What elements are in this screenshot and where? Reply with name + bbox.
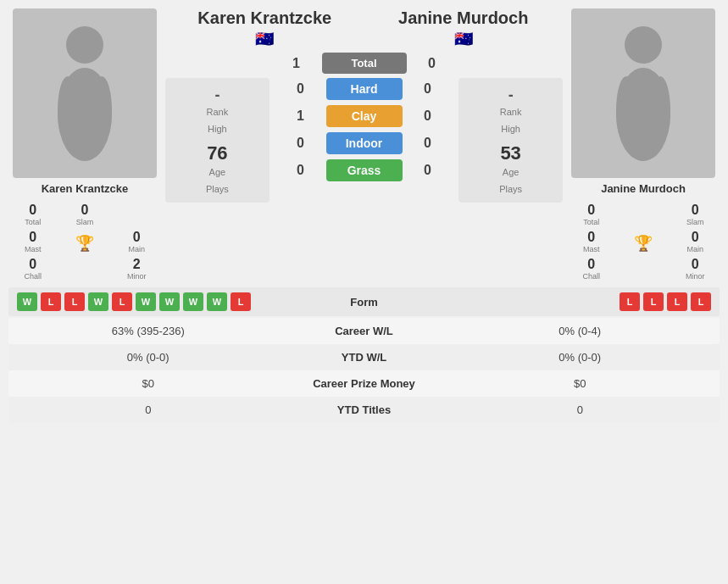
- p2-slam-lbl: Slam: [671, 218, 720, 226]
- p1-mast-val: 0: [8, 230, 57, 245]
- p2-name-header: Janine Murdoch 🇦🇺: [364, 8, 564, 48]
- p1-minor-cell: 2 Minor: [113, 257, 161, 281]
- p1-high-label: High: [172, 124, 263, 134]
- p2-rank-card: - Rank High 53 Age Plays: [458, 78, 563, 203]
- player2-panel: Janine Murdoch 0 Total 0 Slam 0 Mast 🏆: [567, 8, 720, 281]
- p1-form-badge: W: [159, 292, 180, 311]
- p1-main-val: 0: [113, 230, 161, 245]
- player1-stats-top: 0 Total 0 Slam 0 Mast 🏆 0 Main: [8, 203, 161, 281]
- p2-high-label: High: [465, 124, 556, 134]
- p1-trophy: 🏆: [60, 230, 108, 253]
- p1-slam-lbl: Slam: [60, 218, 108, 226]
- p2-mast-val: 0: [567, 230, 615, 245]
- p1-form-badge: W: [88, 292, 108, 311]
- p2-total-score: 0: [424, 56, 441, 71]
- p1-indoor: 0: [292, 136, 309, 151]
- grass-badge: Grass: [326, 159, 403, 181]
- svg-point-3: [92, 76, 112, 144]
- form-row: WLLWLWWWWL Form LLLL: [8, 287, 720, 316]
- center-panel: Karen Krantzcke 🇦🇺 Janine Murdoch 🇦🇺 1 T…: [165, 8, 563, 281]
- p1-clay: 1: [292, 108, 309, 124]
- p1-grass: 0: [292, 163, 309, 178]
- p2-chall-lbl: Chall: [567, 272, 615, 281]
- svg-point-6: [616, 76, 636, 144]
- p1-main-lbl: Main: [113, 245, 161, 253]
- stat-label-1: YTD W/L: [280, 351, 449, 364]
- p2-indoor: 0: [420, 136, 436, 151]
- stat-p2-val-0: 0% (0-4): [449, 325, 712, 337]
- p2-slam-cell: 0 Slam: [671, 203, 720, 226]
- player1-silhouette: [42, 21, 127, 165]
- p1-name-text: Karen Krantzcke: [165, 8, 364, 28]
- p2-main-lbl: Main: [671, 245, 720, 253]
- p2-age-section: 53 Age: [465, 142, 556, 177]
- p2-slam-val: 0: [671, 203, 720, 218]
- p1-form: WLLWLWWWWL: [17, 292, 280, 311]
- p1-chall-cell: 0 Chall: [8, 257, 57, 281]
- p1-form-badge: W: [136, 292, 156, 311]
- p2-form-badge: L: [691, 292, 711, 311]
- total-label: Total: [322, 53, 407, 74]
- stat-p1-val-3: 0: [17, 403, 280, 416]
- player1-panel: Karen Krantzcke 0 Total 0 Slam 0 Mast 🏆: [8, 8, 161, 281]
- p2-clay: 0: [420, 108, 436, 124]
- p1-main-cell: 0 Main: [113, 230, 161, 253]
- stat-row-3: 0 YTD Titles 0: [8, 397, 720, 423]
- p1-form-badge: L: [41, 292, 61, 311]
- stat-label-2: Career Prize Money: [280, 377, 449, 390]
- bottom-section: WLLWLWWWWL Form LLLL 63% (395-236) Caree…: [8, 287, 720, 423]
- p2-name-text: Janine Murdoch: [364, 8, 564, 28]
- p1-name-header: Karen Krantzcke 🇦🇺: [165, 8, 364, 48]
- p2-main-val: 0: [671, 230, 720, 245]
- p1-slam-val: 0: [60, 203, 108, 218]
- player1-name: Karen Krantzcke: [42, 182, 129, 195]
- p2-rank-label: Rank: [465, 107, 556, 117]
- p2-minor-cell: 0 Minor: [671, 257, 720, 281]
- svg-point-0: [66, 26, 103, 64]
- p2-mast-cell: 0 Mast: [567, 230, 615, 253]
- indoor-badge: Indoor: [326, 132, 403, 154]
- p2-age-val: 53: [465, 142, 556, 164]
- p1-total-val: 0: [8, 203, 57, 218]
- p1-age-val: 76: [172, 142, 263, 164]
- indoor-row: 0 Indoor 0: [274, 132, 455, 154]
- p1-form-badge: L: [231, 292, 251, 311]
- stat-p2-val-2: $0: [449, 377, 712, 390]
- stat-p2-val-3: 0: [449, 403, 712, 416]
- clay-badge: Clay: [326, 105, 403, 127]
- stats-rows: 63% (395-236) Career W/L 0% (0-4) 0% (0-…: [8, 318, 720, 423]
- player2-name: Janine Murdoch: [601, 182, 686, 195]
- stat-label-0: Career W/L: [280, 325, 449, 337]
- p2-flag: 🇦🇺: [364, 30, 564, 48]
- p2-form-badge: L: [643, 292, 664, 311]
- player2-photo: [571, 8, 715, 178]
- clay-row: 1 Clay 0: [274, 105, 455, 127]
- svg-point-7: [650, 76, 670, 144]
- p2-grass: 0: [420, 163, 436, 178]
- p2-form-badge: L: [667, 292, 687, 311]
- p1-total-cell: 0 Total: [8, 203, 57, 226]
- p1-form-badge: W: [183, 292, 203, 311]
- p1-total-lbl: Total: [8, 218, 57, 226]
- stat-row-2: $0 Career Prize Money $0: [8, 370, 720, 397]
- p1-minor-lbl: Minor: [113, 272, 161, 281]
- svg-point-4: [625, 26, 662, 64]
- p1-form-badge: W: [17, 292, 37, 311]
- p1-trophy-icon: 🏆: [75, 234, 94, 253]
- p1-form-badge: L: [64, 292, 85, 311]
- p2-total-lbl: Total: [567, 218, 615, 226]
- stat-row-1: 0% (0-0) YTD W/L 0% (0-0): [8, 344, 720, 370]
- hard-badge: Hard: [326, 78, 403, 100]
- p2-minor-val: 0: [671, 257, 720, 272]
- p2-form-badge: L: [620, 292, 640, 311]
- p1-form-badge: L: [112, 292, 132, 311]
- p2-chall-val: 0: [567, 257, 615, 272]
- p1-chall-val: 0: [8, 257, 57, 272]
- total-score-row: 1 Total 0: [288, 53, 441, 74]
- p1-age-section: 76 Age: [172, 142, 263, 177]
- p1-age-lbl: Age: [172, 167, 263, 177]
- p2-age-lbl: Age: [465, 167, 556, 177]
- p1-slam-cell: 0 Slam: [60, 203, 108, 226]
- p1-mast-lbl: Mast: [8, 245, 57, 253]
- p2-minor-lbl: Minor: [671, 272, 720, 281]
